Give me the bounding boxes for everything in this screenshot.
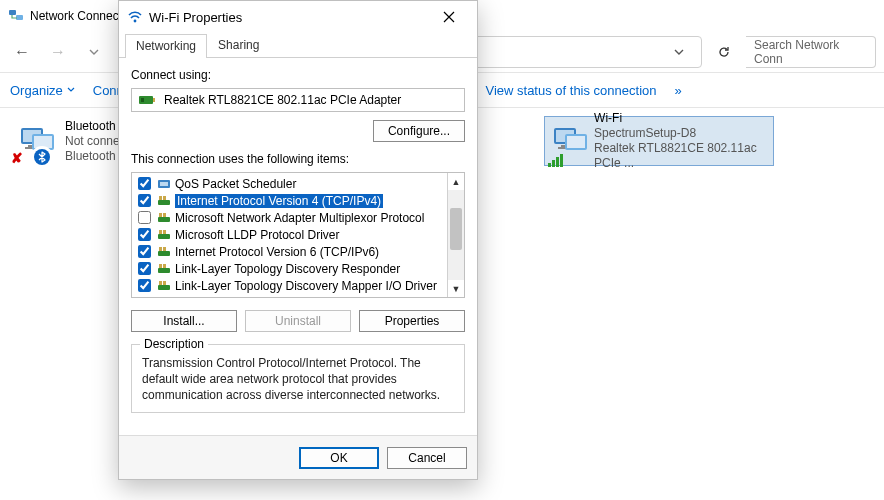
connection-name: Wi-Fi bbox=[594, 111, 769, 126]
component-label: QoS Packet Scheduler bbox=[175, 177, 296, 191]
svg-rect-40 bbox=[159, 264, 162, 268]
view-status-cmd[interactable]: View status of this connection bbox=[485, 83, 656, 98]
uninstall-button[interactable]: Uninstall bbox=[245, 310, 351, 332]
close-icon bbox=[443, 11, 455, 23]
protocol-icon bbox=[157, 279, 171, 293]
svg-rect-39 bbox=[158, 268, 170, 273]
protocol-icon bbox=[157, 211, 171, 225]
component-checkbox[interactable] bbox=[138, 177, 151, 190]
protocol-icon bbox=[157, 228, 171, 242]
svg-rect-20 bbox=[560, 154, 563, 167]
adapter-field: Realtek RTL8821CE 802.11ac PCIe Adapter bbox=[131, 88, 465, 112]
items-listbox[interactable]: QoS Packet SchedulerInternet Protocol Ve… bbox=[131, 172, 465, 298]
svg-rect-34 bbox=[159, 230, 162, 234]
dialog-footer: OK Cancel bbox=[119, 435, 477, 479]
refresh-button[interactable] bbox=[710, 38, 738, 66]
svg-rect-36 bbox=[158, 251, 170, 256]
signal-bars-icon bbox=[548, 153, 566, 167]
description-label: Description bbox=[140, 337, 208, 351]
bluetooth-badge-icon bbox=[31, 146, 53, 168]
wifi-connection-icon bbox=[549, 118, 588, 164]
svg-rect-30 bbox=[158, 217, 170, 222]
properties-button[interactable]: Properties bbox=[359, 310, 465, 332]
command-overflow[interactable]: » bbox=[675, 83, 682, 98]
component-checkbox[interactable] bbox=[138, 262, 151, 275]
svg-rect-43 bbox=[159, 281, 162, 285]
wifi-icon bbox=[127, 9, 143, 25]
svg-rect-17 bbox=[548, 163, 551, 167]
items-label: This connection uses the following items… bbox=[131, 152, 465, 166]
scroll-thumb[interactable] bbox=[450, 208, 462, 250]
bluetooth-connection-icon: ✘ bbox=[13, 118, 59, 164]
adapter-name: Realtek RTL8821CE 802.11ac PCIe Adapter bbox=[164, 93, 401, 107]
component-item[interactable]: Internet Protocol Version 6 (TCP/IPv6) bbox=[132, 243, 447, 260]
items-scrollbar[interactable]: ▲ ▼ bbox=[447, 173, 464, 297]
component-item[interactable]: Internet Protocol Version 4 (TCP/IPv4) bbox=[132, 192, 447, 209]
svg-point-21 bbox=[134, 20, 137, 23]
component-checkbox[interactable] bbox=[138, 194, 151, 207]
component-item[interactable]: Microsoft Network Adapter Multiplexor Pr… bbox=[132, 209, 447, 226]
svg-rect-33 bbox=[158, 234, 170, 239]
connection-status: SpectrumSetup-D8 bbox=[594, 126, 769, 141]
svg-rect-29 bbox=[163, 196, 166, 200]
svg-rect-16 bbox=[567, 136, 585, 148]
svg-rect-35 bbox=[163, 230, 166, 234]
svg-rect-27 bbox=[158, 200, 170, 205]
search-box[interactable]: Search Network Conn bbox=[746, 36, 876, 68]
back-button[interactable]: ← bbox=[8, 38, 36, 66]
tab-sharing[interactable]: Sharing bbox=[207, 33, 270, 57]
component-label: Internet Protocol Version 4 (TCP/IPv4) bbox=[175, 194, 383, 208]
forward-button[interactable]: → bbox=[44, 38, 72, 66]
svg-rect-38 bbox=[163, 247, 166, 251]
component-checkbox[interactable] bbox=[138, 279, 151, 292]
svg-rect-37 bbox=[159, 247, 162, 251]
svg-rect-32 bbox=[163, 213, 166, 217]
svg-rect-24 bbox=[141, 98, 144, 102]
disconnected-x-icon: ✘ bbox=[11, 150, 23, 166]
component-item[interactable]: Microsoft LLDP Protocol Driver bbox=[132, 226, 447, 243]
address-dropdown-button[interactable] bbox=[665, 38, 693, 66]
component-item[interactable]: Link-Layer Topology Discovery Mapper I/O… bbox=[132, 277, 447, 294]
ok-button[interactable]: OK bbox=[299, 447, 379, 469]
connection-device: Realtek RTL8821CE 802.11ac PCIe ... bbox=[594, 141, 769, 171]
protocol-icon bbox=[157, 262, 171, 276]
protocol-icon bbox=[157, 245, 171, 259]
svg-rect-0 bbox=[9, 10, 16, 15]
cancel-button[interactable]: Cancel bbox=[387, 447, 467, 469]
organize-menu[interactable]: Organize bbox=[10, 83, 75, 98]
network-connections-icon bbox=[8, 8, 24, 24]
component-checkbox[interactable] bbox=[138, 228, 151, 241]
component-label: Internet Protocol Version 6 (TCP/IPv6) bbox=[175, 245, 379, 259]
scroll-up-button[interactable]: ▲ bbox=[448, 173, 464, 190]
dialog-titlebar[interactable]: Wi-Fi Properties bbox=[119, 1, 477, 33]
component-label: Microsoft LLDP Protocol Driver bbox=[175, 228, 340, 242]
svg-rect-44 bbox=[163, 281, 166, 285]
component-label: Link-Layer Topology Discovery Mapper I/O… bbox=[175, 279, 437, 293]
connection-item-wifi[interactable]: Wi-Fi SpectrumSetup-D8 Realtek RTL8821CE… bbox=[544, 116, 774, 166]
recent-locations-button[interactable] bbox=[80, 38, 108, 66]
component-checkbox[interactable] bbox=[138, 211, 151, 224]
description-text: Transmission Control Protocol/Internet P… bbox=[142, 355, 454, 404]
component-label: Link-Layer Topology Discovery Responder bbox=[175, 262, 400, 276]
svg-rect-18 bbox=[552, 160, 555, 167]
scroll-down-button[interactable]: ▼ bbox=[448, 280, 464, 297]
protocol-icon bbox=[157, 194, 171, 208]
search-placeholder: Search Network Conn bbox=[754, 38, 867, 66]
tab-networking[interactable]: Networking bbox=[125, 34, 207, 58]
component-label: Microsoft Network Adapter Multiplexor Pr… bbox=[175, 211, 424, 225]
svg-rect-26 bbox=[160, 182, 168, 186]
service-icon bbox=[157, 177, 171, 191]
svg-rect-31 bbox=[159, 213, 162, 217]
svg-rect-23 bbox=[153, 98, 155, 102]
svg-rect-28 bbox=[159, 196, 162, 200]
svg-rect-19 bbox=[556, 157, 559, 167]
component-item[interactable]: QoS Packet Scheduler bbox=[132, 175, 447, 192]
close-button[interactable] bbox=[429, 3, 469, 31]
component-checkbox[interactable] bbox=[138, 245, 151, 258]
configure-button[interactable]: Configure... bbox=[373, 120, 465, 142]
install-button[interactable]: Install... bbox=[131, 310, 237, 332]
adapter-icon bbox=[138, 93, 156, 107]
component-item[interactable]: Link-Layer Topology Discovery Responder bbox=[132, 260, 447, 277]
dialog-title: Wi-Fi Properties bbox=[149, 10, 242, 25]
svg-rect-42 bbox=[158, 285, 170, 290]
